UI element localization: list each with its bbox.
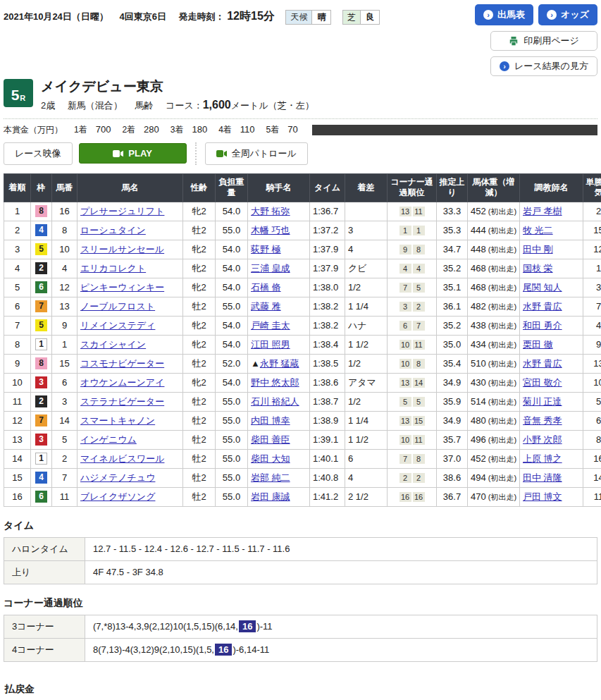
horse-name-link[interactable]: マイネルビスワール <box>80 453 164 464</box>
corner-positions-cell: 22 <box>388 468 437 487</box>
race-heading: 5R メイクデビュー東京 2歳 新馬（混合） 馬齢 コース：1,600メートル（… <box>4 79 597 112</box>
jockey-cell: 大野 拓弥 <box>248 202 310 221</box>
last-3f-time: 38.6 <box>437 468 468 487</box>
frame-badge: 5 <box>35 243 47 255</box>
jockey-link[interactable]: 木幡 巧也 <box>251 225 290 235</box>
finish-position: 3 <box>4 240 31 259</box>
jockey-link[interactable]: 岩部 純二 <box>251 472 290 483</box>
win-popularity: 5 <box>583 392 601 411</box>
video-player-strip <box>312 125 597 135</box>
win-popularity: 14 <box>583 468 601 487</box>
video-camera-icon <box>216 150 227 157</box>
result-row: 5612ピンキーウィンキー牝254.0石橋 脩1:38.01/27535.146… <box>4 278 601 297</box>
corner-row-label: 4コーナー <box>4 638 85 661</box>
prize-rank-label: 3着 <box>171 125 184 135</box>
jockey-link[interactable]: 三浦 皇成 <box>251 263 290 274</box>
horse-weight-cell: 434 (初出走) <box>468 335 520 354</box>
trainer-link[interactable]: 菊川 正達 <box>523 396 562 407</box>
print-page-button[interactable]: 印刷用ページ <box>490 31 597 51</box>
trainer-link[interactable]: 栗田 徹 <box>523 339 553 350</box>
jockey-link[interactable]: 岩田 康誠 <box>251 491 290 502</box>
jockey-link[interactable]: 大野 拓弥 <box>251 206 290 216</box>
corner-position: 7 <box>399 454 411 464</box>
trainer-link[interactable]: 和田 勇介 <box>523 320 562 331</box>
margin: 1/2 <box>345 278 388 297</box>
jockey-link[interactable]: 武藤 雅 <box>251 301 281 312</box>
corner-positions-cell: 11 <box>388 221 437 240</box>
trainer-link[interactable]: 岩戸 孝樹 <box>523 206 562 216</box>
horse-name-link[interactable]: ステラナビゲーター <box>80 396 164 407</box>
corner-position: 11 <box>413 435 425 445</box>
trainer-link[interactable]: 小野 次郎 <box>523 434 562 445</box>
horse-weight-note: (初出走) <box>486 264 516 273</box>
trainer-link[interactable]: 牧 光二 <box>523 225 553 235</box>
jockey-link[interactable]: 野中 悠太郎 <box>251 377 299 388</box>
horse-name-link[interactable]: ピンキーウィンキー <box>80 282 164 293</box>
corner-position: 13 <box>399 378 411 388</box>
column-header: タイム <box>310 173 345 202</box>
last-3f-time: 36.1 <box>437 297 468 316</box>
trainer-link[interactable]: 宮田 敬介 <box>523 377 562 388</box>
horse-name-link[interactable]: コスモナビゲーター <box>80 358 164 369</box>
corner-position: 7 <box>413 321 425 331</box>
jockey-link[interactable]: 江田 照男 <box>251 339 290 350</box>
play-button[interactable]: PLAY <box>79 143 187 164</box>
trainer-link[interactable]: 田中 清隆 <box>523 472 562 483</box>
finish-time: 1:41.2 <box>310 487 345 506</box>
horse-name-cell: ハジメテノチュウ <box>78 468 183 487</box>
trainer-link[interactable]: 音無 秀孝 <box>523 415 562 426</box>
horse-name-link[interactable]: ハジメテノチュウ <box>80 472 155 483</box>
jockey-link[interactable]: 柴田 善臣 <box>251 434 290 445</box>
horse-name-link[interactable]: オウケンムーンアイ <box>80 377 164 388</box>
corner-position: 14 <box>413 378 425 388</box>
jockey-link[interactable]: 内田 博幸 <box>251 415 290 426</box>
horse-weight-note: (初出走) <box>486 398 516 406</box>
trainer-link[interactable]: 水野 貴広 <box>523 358 562 369</box>
horse-number: 6 <box>52 373 78 392</box>
horse-name-link[interactable]: エリカコレクト <box>80 263 146 274</box>
margin: 3 <box>345 221 388 240</box>
horse-number: 5 <box>52 430 78 449</box>
trainer-link[interactable]: 戸田 博文 <box>523 491 562 502</box>
jockey-link[interactable]: 石川 裕紀人 <box>251 396 299 407</box>
patrol-video-button[interactable]: 全周パトロール <box>205 142 308 165</box>
horse-name-link[interactable]: リメインステディ <box>80 320 155 331</box>
odds-button[interactable]: › オッズ <box>538 4 597 25</box>
horse-name-link[interactable]: スカイシャイン <box>80 339 146 350</box>
horse-name-link[interactable]: スリールサンセール <box>80 244 164 254</box>
horse-name-link[interactable]: インゲニウム <box>80 434 137 445</box>
trainer-link[interactable]: 水野 貴広 <box>523 301 562 312</box>
frame-cell: 1 <box>31 335 52 354</box>
horse-name-link[interactable]: スマートキャノン <box>80 415 155 426</box>
jockey-link[interactable]: 柴田 大知 <box>251 453 290 464</box>
jockey-link[interactable]: 戸崎 圭太 <box>251 320 290 331</box>
trainer-link[interactable]: 田中 剛 <box>523 244 553 254</box>
finish-time: 1:38.9 <box>310 411 345 430</box>
horse-weight: 510 <box>471 358 486 369</box>
result-guide-button[interactable]: › レース結果の見方 <box>490 56 597 76</box>
horse-name-link[interactable]: ローシュタイン <box>80 225 146 235</box>
sex-age: 牡2 <box>183 354 216 373</box>
horse-name-link[interactable]: ノーブルフロスト <box>80 301 155 312</box>
horse-weight-cell: 480 (初出走) <box>468 411 520 430</box>
jockey-link[interactable]: 石橋 脩 <box>251 282 281 293</box>
trainer-link[interactable]: 上原 博之 <box>523 453 562 464</box>
race-video-button[interactable]: レース映像 <box>4 142 73 165</box>
jockey-link[interactable]: 荻野 極 <box>251 244 281 254</box>
horse-name-link[interactable]: ブレイクザソング <box>80 491 155 502</box>
entry-table-button[interactable]: › 出馬表 <box>475 4 533 25</box>
trainer-link[interactable]: 国枝 栄 <box>523 263 553 274</box>
video-button-row: レース映像 PLAY 全周パトロール <box>4 142 597 165</box>
track-value: 良 <box>360 11 379 24</box>
result-row: 3510スリールサンセール牝254.0荻野 極1:37.949834.7448 … <box>4 240 601 259</box>
frame-cell: 8 <box>31 354 52 373</box>
horse-name-cell: スマートキャノン <box>78 411 183 430</box>
result-row: 1547ハジメテノチュウ牡255.0岩部 純二1:40.842238.6494 … <box>4 468 601 487</box>
horse-name-link[interactable]: プレサージュリフト <box>80 206 164 216</box>
trainer-link[interactable]: 尾関 知人 <box>523 282 562 293</box>
jockey-link[interactable]: 永野 猛蔵 <box>260 358 299 369</box>
horse-weight: 514 <box>471 396 486 407</box>
margin: アタマ <box>345 373 388 392</box>
horse-weight: 438 <box>471 320 486 331</box>
jockey-cell: 武藤 雅 <box>248 297 310 316</box>
